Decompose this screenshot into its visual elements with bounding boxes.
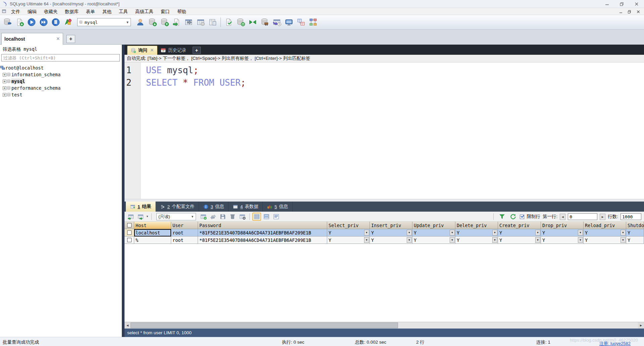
column-header-drop_priv[interactable]: Drop_priv: [541, 222, 584, 229]
cell-update_priv[interactable]: Y▼: [412, 229, 455, 236]
add-row-button[interactable]: [199, 213, 208, 221]
minimize-button[interactable]: [600, 0, 614, 8]
first-row-input[interactable]: [568, 213, 597, 220]
table-info-button[interactable]: [207, 16, 219, 28]
delete-row-button[interactable]: [228, 213, 237, 221]
result-tab-1[interactable]: 1结果: [126, 202, 156, 212]
table-row[interactable]: %root*81F5E21E35407D884A6CD4A731AEBFB6AF…: [125, 236, 644, 244]
cell-insert_priv[interactable]: Y▼: [370, 229, 412, 236]
checkbox-icon[interactable]: [127, 238, 132, 242]
close-button[interactable]: [629, 0, 644, 8]
column-header-user[interactable]: User: [171, 222, 198, 229]
column-header-host[interactable]: Host: [134, 222, 171, 229]
menu-item-1[interactable]: 编辑: [24, 8, 40, 15]
prev-page-button[interactable]: ◄: [560, 214, 565, 220]
dropdown-caret-icon[interactable]: ▼: [146, 215, 149, 218]
cell-dropdown-icon[interactable]: ▼: [492, 237, 497, 243]
next-page-button[interactable]: ►: [600, 214, 605, 220]
new-connection-tab-button[interactable]: +: [66, 35, 75, 43]
import-database-button[interactable]: [158, 16, 170, 28]
sql-editor[interactable]: 12 USE mysql;SELECT * FROM USER;: [125, 62, 644, 199]
mdi-close-button[interactable]: [634, 8, 643, 15]
export-database-button[interactable]: [146, 16, 158, 28]
open-query-button[interactable]: [13, 16, 26, 28]
menu-item-4[interactable]: 表单: [82, 8, 99, 15]
cell-delete_priv[interactable]: Y▼: [455, 229, 498, 236]
scroll-right-icon[interactable]: ►: [638, 322, 644, 329]
cell-dropdown-icon[interactable]: ▼: [578, 230, 583, 235]
cell-host[interactable]: %: [134, 236, 171, 244]
result-tab-2[interactable]: 2个配置文件: [156, 202, 199, 212]
insert-row-button[interactable]: [127, 213, 135, 221]
cell-reload_priv[interactable]: Y▼: [584, 236, 626, 244]
scheduled-backup-button[interactable]: [271, 16, 283, 28]
column-header-create_priv[interactable]: Create_priv: [498, 222, 541, 229]
cell-reload_priv[interactable]: Y▼: [584, 229, 626, 236]
query-tab-1[interactable]: 18历史记录: [157, 46, 189, 55]
cell-create_priv[interactable]: Y▼: [498, 229, 541, 236]
refresh-icon[interactable]: [509, 213, 517, 221]
query-tab-0[interactable]: 询问: [127, 46, 157, 55]
column-header-shutdown[interactable]: Shutdown: [626, 222, 644, 229]
menu-item-7[interactable]: 高级工具: [132, 8, 157, 15]
stop-row-button[interactable]: [238, 213, 247, 221]
column-header-password[interactable]: Password: [198, 222, 327, 229]
cell-password[interactable]: *81F5E21E35407D884A6CD4A731AEBFB6AF209E1…: [198, 229, 327, 236]
cell-dropdown-icon[interactable]: ▼: [407, 230, 412, 235]
horizontal-scrollbar[interactable]: ◄ ►: [125, 322, 644, 329]
view-text-button[interactable]: [272, 213, 281, 221]
cell-dropdown-icon[interactable]: ▼: [535, 237, 540, 243]
cell-select_priv[interactable]: Y▼: [327, 229, 370, 236]
cell-insert_priv[interactable]: Y▼: [370, 236, 412, 244]
cell-dropdown-icon[interactable]: ▼: [535, 230, 540, 235]
cell-drop_priv[interactable]: Y▼: [541, 236, 584, 244]
limit-rows-checkbox[interactable]: [520, 215, 524, 219]
result-tab-4[interactable]: 4表数据: [229, 202, 263, 212]
tree-item-root-localhost[interactable]: root@localhost: [0, 64, 122, 71]
row-checkbox-cell[interactable]: [125, 236, 134, 244]
close-tab-icon[interactable]: [150, 48, 154, 53]
duplicate-row-button[interactable]: [136, 213, 145, 221]
compare-data-button[interactable]: [247, 16, 259, 28]
expand-icon[interactable]: +: [3, 93, 6, 97]
view-grid-button[interactable]: [252, 213, 261, 221]
refresh-row-button[interactable]: [209, 213, 217, 221]
result-tab-5[interactable]: 5信息: [263, 202, 293, 212]
table-row[interactable]: localhostroot*81F5E21E35407D884A6CD4A731…: [125, 229, 644, 236]
menu-item-9[interactable]: 帮助: [174, 8, 190, 15]
cell-dropdown-icon[interactable]: ▼: [621, 230, 626, 235]
menu-item-8[interactable]: 窗口: [157, 8, 174, 15]
database-selector[interactable]: mysql ▼: [77, 18, 131, 26]
register-link[interactable]: 注册: luoye2582: [599, 341, 631, 346]
view-form-button[interactable]: [262, 213, 271, 221]
notifications-button[interactable]: [283, 16, 295, 28]
cell-password[interactable]: *81F5E21E35407D884A6CD4A731AEBFB6AF209E1…: [198, 236, 327, 244]
close-tab-icon[interactable]: [56, 36, 60, 42]
save-results-button[interactable]: [170, 16, 183, 28]
save-row-button[interactable]: [218, 213, 227, 221]
explain-query-button[interactable]: [50, 16, 62, 28]
result-tab-3[interactable]: 3信息: [199, 202, 229, 212]
cell-host[interactable]: localhost: [134, 229, 171, 236]
panel-splitter[interactable]: [122, 45, 125, 337]
cell-dropdown-icon[interactable]: ▼: [450, 230, 455, 235]
scrollbar-thumb[interactable]: [131, 322, 398, 328]
migrate-data-button[interactable]: [259, 16, 271, 28]
new-query-tab-button[interactable]: +: [193, 47, 201, 54]
execute-all-button[interactable]: [38, 16, 50, 28]
menu-item-6[interactable]: 工具: [115, 8, 132, 15]
menu-item-5[interactable]: 其他: [99, 8, 115, 15]
cell-delete_priv[interactable]: Y▼: [455, 236, 498, 244]
filter-icon[interactable]: [498, 213, 506, 221]
cell-dropdown-icon[interactable]: ▼: [364, 237, 369, 243]
cell-drop_priv[interactable]: Y▼: [541, 229, 584, 236]
execute-query-button[interactable]: [26, 16, 38, 28]
tree-item-information-schema[interactable]: +information_schema: [0, 71, 122, 78]
tree-item-test[interactable]: +test: [0, 91, 122, 98]
expand-icon[interactable]: +: [3, 80, 6, 83]
row-checkbox-cell[interactable]: [125, 229, 134, 236]
cell-dropdown-icon[interactable]: ▼: [450, 237, 455, 243]
connection-tab-localhost[interactable]: localhost: [1, 33, 63, 45]
cell-create_priv[interactable]: Y▼: [498, 236, 541, 244]
export-table-button[interactable]: [183, 16, 195, 28]
